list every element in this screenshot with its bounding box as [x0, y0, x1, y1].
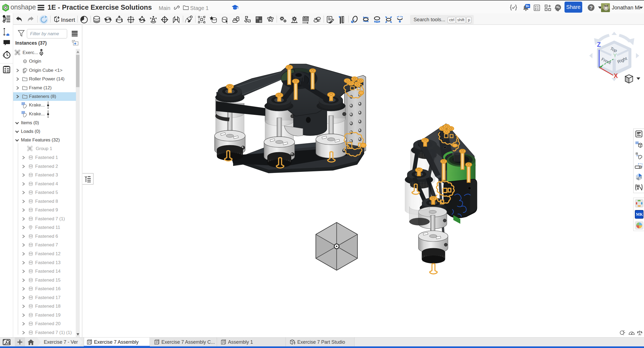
svg-text:9+: 9+ [526, 4, 530, 8]
svg-text:?: ? [589, 5, 593, 10]
svg-text:X: X [614, 72, 618, 79]
svg-text:Y: Y [613, 52, 617, 58]
svg-text:Z: Z [597, 41, 601, 48]
